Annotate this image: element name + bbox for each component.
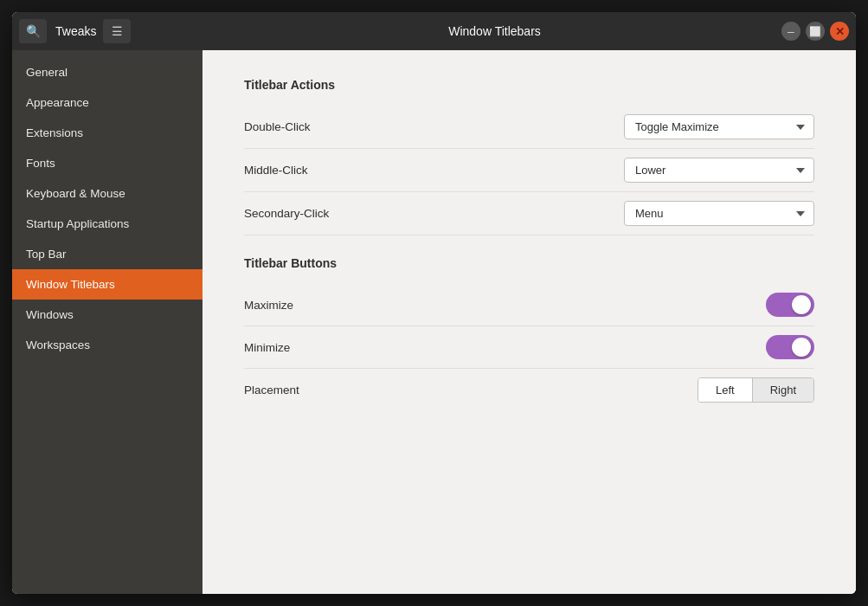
maximize-row: Maximize xyxy=(244,284,814,326)
sidebar-item-extensions[interactable]: Extensions xyxy=(12,118,203,148)
middle-click-row: Middle-Click Lower Minimize None xyxy=(244,149,814,192)
sidebar-item-workspaces[interactable]: Workspaces xyxy=(12,330,203,360)
sidebar-item-windows[interactable]: Windows xyxy=(12,300,203,330)
sidebar-item-appearance[interactable]: Appearance xyxy=(12,87,203,118)
titlebar-actions-title: Titlebar Actions xyxy=(244,78,814,92)
placement-label: Placement xyxy=(244,384,299,396)
minimize-label: Minimize xyxy=(244,341,290,354)
placement-right-button[interactable]: Right xyxy=(753,378,813,402)
search-button[interactable]: 🔍 xyxy=(19,19,47,43)
toggle-thumb xyxy=(792,295,811,314)
sidebar-item-fonts[interactable]: Fonts xyxy=(12,148,203,178)
menu-button[interactable]: ☰ xyxy=(103,19,131,43)
secondary-click-dropdown[interactable]: Menu None xyxy=(624,201,814,226)
minimize-toggle[interactable] xyxy=(766,335,814,359)
middle-click-label: Middle-Click xyxy=(244,164,308,177)
double-click-label: Double-Click xyxy=(244,120,311,133)
maximize-toggle[interactable] xyxy=(766,293,814,317)
minimize-button[interactable]: – xyxy=(781,22,800,41)
sidebar-item-startup-applications[interactable]: Startup Applications xyxy=(12,209,203,239)
placement-group: Left Right xyxy=(698,377,814,403)
maximize-label: Maximize xyxy=(244,299,293,312)
maximize-button[interactable]: ⬜ xyxy=(806,22,825,41)
main-panel: Titlebar Actions Double-Click Toggle Max… xyxy=(203,50,856,594)
close-button[interactable]: ✕ xyxy=(830,22,849,41)
secondary-click-label: Secondary-Click xyxy=(244,207,329,220)
secondary-click-row: Secondary-Click Menu None xyxy=(244,192,814,235)
double-click-row: Double-Click Toggle Maximize Toggle Shad… xyxy=(244,106,814,149)
sidebar-item-general[interactable]: General xyxy=(12,57,203,87)
sidebar-item-keyboard-mouse[interactable]: Keyboard & Mouse xyxy=(12,178,203,209)
double-click-dropdown[interactable]: Toggle Maximize Toggle Shade Minimize No… xyxy=(624,114,814,139)
minimize-icon: – xyxy=(788,25,794,37)
window-title: Window Titlebars xyxy=(209,24,780,38)
sidebar-item-top-bar[interactable]: Top Bar xyxy=(12,239,203,269)
toggle-track xyxy=(766,293,814,317)
titlebar-controls: – ⬜ ✕ xyxy=(780,22,849,41)
app-window: 🔍 Tweaks ☰ Window Titlebars – ⬜ ✕ Genera… xyxy=(12,12,856,594)
placement-left-button[interactable]: Left xyxy=(698,378,753,402)
titlebar-left: 🔍 Tweaks ☰ xyxy=(19,19,209,43)
titlebar: 🔍 Tweaks ☰ Window Titlebars – ⬜ ✕ xyxy=(12,12,856,50)
content-area: General Appearance Extensions Fonts Keyb… xyxy=(12,50,856,594)
titlebar-buttons-title: Titlebar Buttons xyxy=(244,256,814,270)
minimize-row: Minimize xyxy=(244,326,814,369)
sidebar-item-window-titlebars[interactable]: Window Titlebars xyxy=(12,269,203,300)
close-icon: ✕ xyxy=(835,25,845,38)
toggle-track-2 xyxy=(766,335,814,359)
toggle-thumb-2 xyxy=(792,338,811,357)
search-icon: 🔍 xyxy=(26,24,41,38)
maximize-icon: ⬜ xyxy=(809,26,821,37)
menu-icon: ☰ xyxy=(112,24,123,38)
app-name: Tweaks xyxy=(55,24,96,38)
middle-click-dropdown[interactable]: Lower Minimize None xyxy=(624,158,814,183)
sidebar: General Appearance Extensions Fonts Keyb… xyxy=(12,50,203,594)
placement-row: Placement Left Right xyxy=(244,369,814,411)
